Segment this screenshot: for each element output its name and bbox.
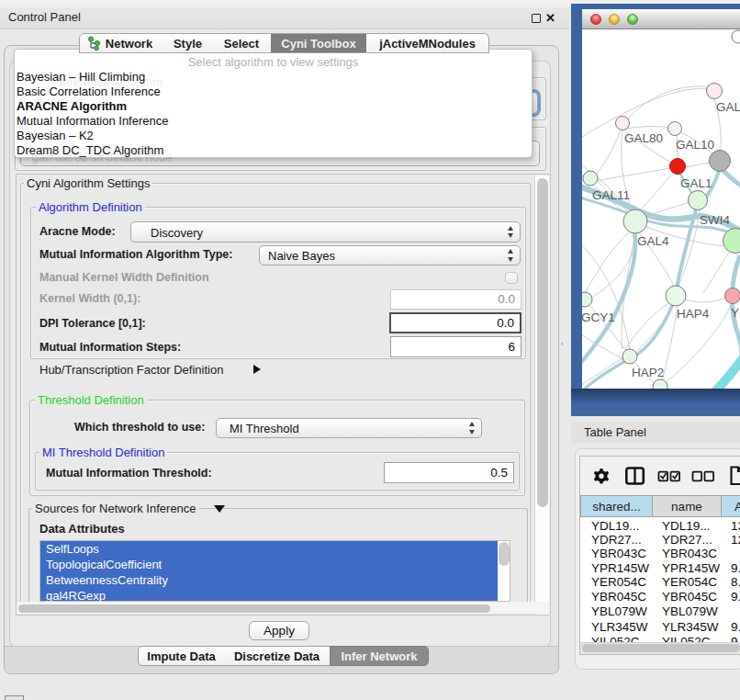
- svg-text:HAP4: HAP4: [677, 307, 710, 321]
- svg-text:GAL1: GAL1: [680, 176, 712, 190]
- svg-text:GCY1: GCY1: [582, 310, 615, 324]
- svg-text:GAL2: GAL2: [716, 100, 740, 114]
- svg-text:GAL80: GAL80: [624, 131, 663, 145]
- svg-text:GAL11: GAL11: [592, 188, 630, 202]
- svg-text:HAP2: HAP2: [632, 366, 664, 379]
- svg-text:GAL10: GAL10: [676, 138, 714, 152]
- svg-text:YER: YER: [731, 306, 740, 320]
- svg-text:GAL4: GAL4: [637, 234, 669, 248]
- svg-text:SWI4: SWI4: [700, 213, 730, 227]
